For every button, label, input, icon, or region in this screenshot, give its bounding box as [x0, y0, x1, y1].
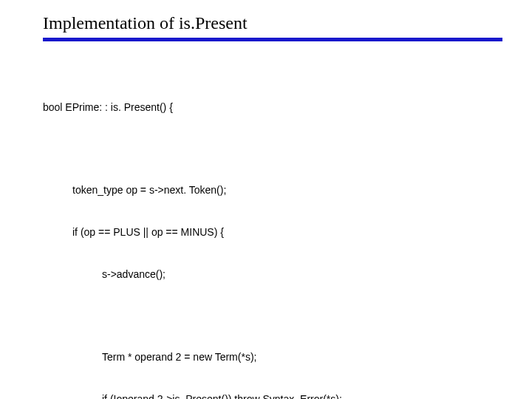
slide: Implementation of is.Present bool EPrime… — [0, 0, 532, 399]
code-block: bool EPrime: : is. Present() { token_typ… — [43, 72, 502, 399]
blank-line — [43, 309, 502, 322]
code-line: if (op == PLUS || op == MINUS) { — [43, 225, 502, 239]
code-line: bool EPrime: : is. Present() { — [43, 100, 502, 115]
code-line: s->advance(); — [43, 267, 502, 282]
blank-line — [43, 142, 502, 155]
code-line: Term * operand 2 = new Term(*s); — [43, 350, 502, 364]
code-line: if (!operand 2->is. Present()) throw Syn… — [43, 392, 502, 399]
title-underline — [43, 38, 502, 41]
slide-title: Implementation of is.Present — [43, 13, 502, 33]
code-line: token_type op = s->next. Token(); — [43, 183, 502, 197]
